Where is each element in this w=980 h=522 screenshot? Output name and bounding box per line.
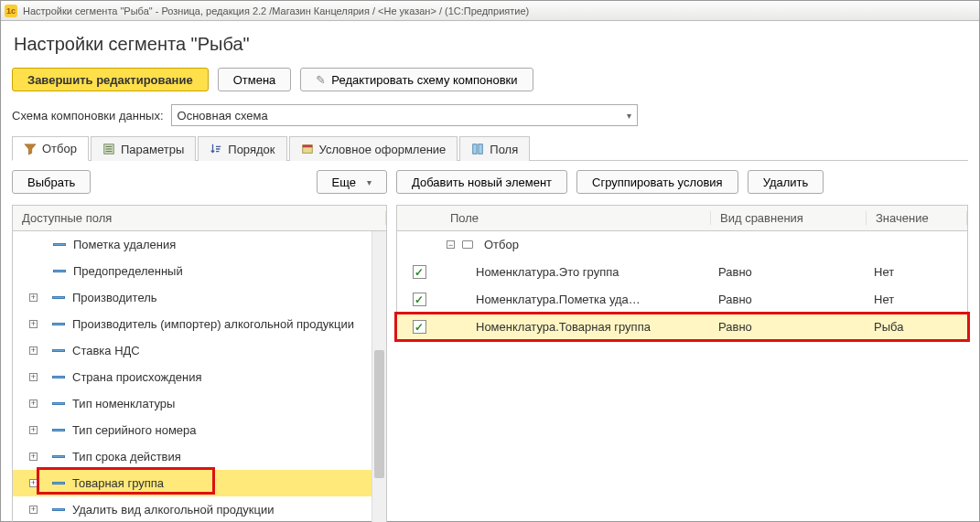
expand-icon[interactable]: + (29, 506, 38, 514)
cond-value: Рыба (874, 320, 903, 334)
field-label: Товарная группа (72, 476, 164, 490)
available-field-row[interactable]: Предопределенный (13, 258, 386, 284)
edit-scheme-label: Редактировать схему компоновки (331, 73, 517, 87)
col-value: Значение (867, 211, 967, 225)
tab-params[interactable]: Параметры (91, 136, 196, 161)
field-label: Тип срока действия (72, 450, 181, 463)
field-icon (52, 482, 65, 485)
condition-row[interactable]: ✓Номенклатура.Товарная группаРавноРыба (397, 314, 967, 341)
field-label: Страна происхождения (72, 370, 202, 384)
scrollbar[interactable] (372, 231, 386, 522)
tab-fields-label: Поля (490, 143, 518, 156)
window-title: Настройки сегмента "Рыба" - Розница, ред… (23, 5, 529, 16)
delete-button[interactable]: Удалить (748, 170, 824, 194)
expand-icon[interactable]: + (29, 426, 38, 434)
field-label: Пометка удаления (73, 238, 176, 251)
row-checkbox[interactable]: ✓ (413, 293, 426, 306)
field-icon (52, 429, 65, 431)
filter-icon (24, 143, 37, 155)
cond-field: Номенклатура.Пометка уда… (476, 293, 641, 306)
field-label: Тип номенклатуры (72, 397, 175, 410)
condition-group-row[interactable]: − Отбор (397, 231, 967, 259)
pencil-icon: ✎ (316, 73, 326, 87)
cond-value: Нет (874, 293, 894, 306)
expand-icon[interactable]: + (29, 479, 38, 487)
cond-field: Номенклатура.Товарная группа (476, 320, 651, 334)
format-icon (301, 143, 314, 155)
row-checkbox[interactable]: ✓ (413, 320, 426, 334)
field-label: Производитель (импортер) алкогольной про… (72, 317, 354, 331)
order-icon (210, 143, 222, 155)
expand-icon[interactable]: + (29, 346, 38, 355)
available-field-row[interactable]: Пометка удаления (13, 231, 386, 258)
add-element-button[interactable]: Добавить новый элемент (396, 170, 567, 194)
tab-format-label: Условное оформление (319, 143, 447, 156)
condition-row[interactable]: ✓Номенклатура.Пометка уда…РавноНет (397, 286, 967, 314)
app-icon: 1c (5, 5, 17, 17)
expand-icon[interactable]: + (29, 453, 38, 461)
tab-order[interactable]: Порядок (198, 136, 286, 161)
svg-rect-4 (479, 144, 482, 154)
field-icon (52, 508, 65, 511)
row-checkbox[interactable]: ✓ (413, 265, 426, 279)
more-button-left[interactable]: Еще (317, 170, 387, 194)
tabs: Отбор Параметры Порядок Условное оформле… (12, 135, 968, 161)
field-label: Ставка НДС (72, 344, 140, 357)
svg-rect-2 (302, 145, 312, 148)
tab-format[interactable]: Условное оформление (289, 136, 458, 161)
tab-fields[interactable]: Поля (459, 136, 530, 161)
available-field-row[interactable]: +Ставка НДС (13, 337, 386, 364)
select-button[interactable]: Выбрать (12, 170, 91, 194)
available-field-row[interactable]: +Тип номенклатуры (13, 390, 386, 417)
cond-compare: Равно (718, 320, 752, 334)
available-field-row[interactable]: +Тип срока действия (13, 443, 386, 470)
available-field-row[interactable]: +Удалить вид алкогольной продукции (13, 496, 386, 522)
finish-edit-button[interactable]: Завершить редактирование (12, 68, 209, 91)
window-titlebar: 1c Настройки сегмента "Рыба" - Розница, … (1, 1, 979, 21)
expand-icon[interactable]: + (29, 320, 38, 328)
available-field-row[interactable]: +Тип серийного номера (13, 417, 386, 443)
field-icon (53, 270, 66, 272)
svg-rect-3 (473, 144, 477, 154)
available-field-row[interactable]: +Производитель (импортер) алкогольной пр… (13, 311, 386, 337)
field-label: Производитель (72, 291, 157, 304)
expand-icon[interactable]: + (29, 293, 38, 302)
col-compare: Вид сравнения (711, 211, 867, 225)
group-icon (462, 240, 473, 249)
field-icon (52, 376, 65, 378)
field-icon (52, 455, 65, 458)
col-field: Поле (441, 211, 711, 225)
available-field-row[interactable]: +Производитель (13, 284, 386, 311)
edit-scheme-button[interactable]: ✎ Редактировать схему компоновки (300, 68, 533, 91)
field-label: Удалить вид алкогольной продукции (72, 503, 275, 517)
tab-filter-label: Отбор (42, 142, 77, 155)
cancel-button[interactable]: Отмена (218, 68, 292, 91)
collapse-icon[interactable]: − (447, 240, 455, 249)
schema-select[interactable]: Основная схема ▾ (171, 104, 638, 126)
group-conditions-button[interactable]: Сгруппировать условия (576, 170, 738, 194)
cond-compare: Равно (718, 293, 752, 306)
params-icon (102, 143, 115, 155)
tab-params-label: Параметры (121, 143, 184, 156)
schema-value: Основная схема (178, 109, 268, 123)
condition-row[interactable]: ✓Номенклатура.Это группаРавноНет (397, 259, 967, 286)
field-label: Предопределенный (73, 264, 183, 278)
expand-icon[interactable]: + (29, 399, 38, 408)
field-icon (52, 323, 65, 325)
fields-icon (471, 143, 484, 155)
expand-icon[interactable]: + (29, 373, 38, 381)
left-grid-header: Доступные поля (13, 211, 386, 225)
field-icon (52, 296, 65, 299)
cond-compare: Равно (718, 265, 752, 279)
cond-value: Нет (874, 265, 894, 279)
tab-order-label: Порядок (228, 143, 275, 156)
scrollbar-thumb[interactable] (374, 350, 384, 478)
available-field-row[interactable]: +Товарная группа (13, 470, 386, 496)
cond-field: Номенклатура.Это группа (476, 265, 619, 279)
dropdown-icon: ▾ (627, 111, 631, 121)
available-field-row[interactable]: +Страна происхождения (13, 364, 386, 390)
group-label: Отбор (484, 238, 519, 251)
tab-filter[interactable]: Отбор (12, 136, 89, 161)
schema-label: Схема компоновки данных: (12, 109, 164, 123)
field-icon (53, 243, 66, 246)
